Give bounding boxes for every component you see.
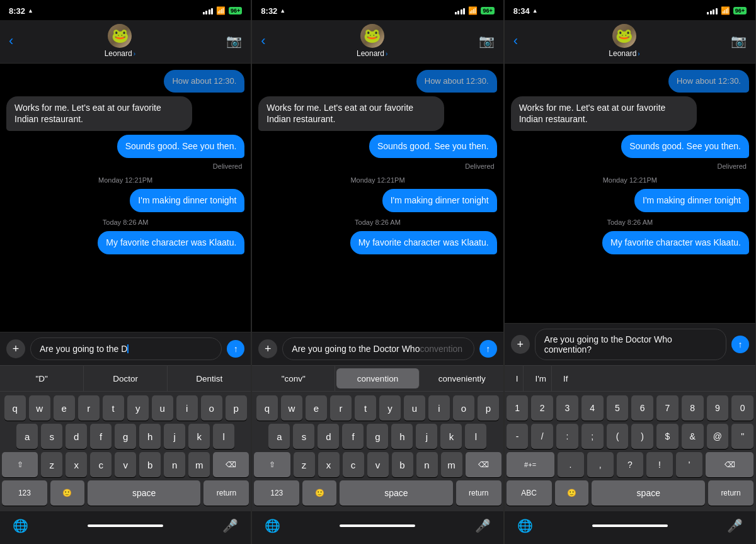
contact-info-2[interactable]: 🐸 Leonard › [357, 24, 387, 58]
key-amp-3[interactable]: & [682, 424, 704, 449]
video-button-1[interactable]: 📷 [226, 33, 242, 48]
key-8-3[interactable]: 8 [682, 395, 704, 421]
key-w-2[interactable]: w [281, 395, 302, 421]
key-backspace-2[interactable]: ⌫ [466, 452, 501, 477]
key-1-3[interactable]: 1 [507, 395, 529, 421]
autocomplete-if-3[interactable]: If [558, 366, 573, 391]
key-dollar-3[interactable]: $ [656, 424, 679, 449]
globe-icon-3[interactable]: 🌐 [517, 518, 533, 533]
video-button-2[interactable]: 📷 [479, 33, 495, 48]
key-z-2[interactable]: z [294, 452, 315, 477]
autocomplete-dentist-1[interactable]: Dentist [168, 366, 251, 391]
key-w-1[interactable]: w [29, 395, 50, 421]
key-rparen-3[interactable]: ) [631, 424, 653, 449]
key-hasheq-3[interactable]: #+= [507, 452, 554, 477]
back-button-3[interactable]: ‹ [513, 33, 518, 49]
send-button-2[interactable]: ↑ [479, 340, 497, 358]
mic-icon-3[interactable]: 🎤 [727, 518, 743, 533]
key-return-3[interactable]: return [708, 480, 753, 506]
key-n-1[interactable]: n [164, 452, 185, 477]
key-emoji-1[interactable]: 🙂 [50, 480, 84, 506]
autocomplete-d-1[interactable]: "D" [0, 366, 84, 391]
video-button-3[interactable]: 📷 [731, 33, 747, 48]
key-v-1[interactable]: v [115, 452, 136, 477]
key-j-1[interactable]: j [164, 424, 185, 449]
input-field-2[interactable]: Are you going to the Doctor Who conventi… [282, 337, 474, 360]
key-h-1[interactable]: h [139, 424, 161, 449]
key-u-2[interactable]: u [404, 395, 425, 421]
autocomplete-convention-2[interactable]: convention [336, 368, 420, 388]
key-comma-3[interactable]: , [587, 452, 614, 477]
key-l-1[interactable]: l [213, 424, 234, 449]
globe-icon-1[interactable]: 🌐 [13, 518, 28, 533]
contact-info-1[interactable]: 🐸 Leonard › [105, 24, 135, 58]
key-o-1[interactable]: o [201, 395, 222, 421]
back-button-1[interactable]: ‹ [9, 33, 13, 49]
key-x-1[interactable]: x [66, 452, 87, 477]
key-y-2[interactable]: y [379, 395, 401, 421]
key-return-2[interactable]: return [456, 480, 501, 506]
key-2-3[interactable]: 2 [531, 395, 553, 421]
contact-info-3[interactable]: 🐸 Leonard › [609, 24, 639, 58]
send-button-3[interactable]: ↑ [731, 336, 749, 353]
key-i-2[interactable]: i [428, 395, 450, 421]
key-j-2[interactable]: j [416, 424, 437, 449]
key-lparen-3[interactable]: ( [607, 424, 629, 449]
key-b-1[interactable]: b [139, 452, 161, 477]
globe-icon-2[interactable]: 🌐 [265, 518, 280, 533]
key-e-2[interactable]: e [306, 395, 327, 421]
key-f-1[interactable]: f [90, 424, 112, 449]
key-p-1[interactable]: p [226, 395, 247, 421]
key-t-2[interactable]: t [355, 395, 376, 421]
key-e-1[interactable]: e [54, 395, 75, 421]
key-q-1[interactable]: q [4, 395, 26, 421]
key-y-1[interactable]: y [127, 395, 149, 421]
key-x-2[interactable]: x [318, 452, 340, 477]
autocomplete-im-3[interactable]: I'm [530, 366, 552, 391]
key-a-2[interactable]: a [268, 424, 290, 449]
key-abc-3[interactable]: ABC [507, 480, 552, 506]
autocomplete-d-2[interactable]: "conv" [252, 366, 335, 391]
key-3-3[interactable]: 3 [556, 395, 578, 421]
key-6-3[interactable]: 6 [631, 395, 653, 421]
key-d-2[interactable]: d [318, 424, 339, 449]
key-o-2[interactable]: o [453, 395, 474, 421]
key-shift-1[interactable]: ⇧ [2, 452, 38, 477]
plus-button-1[interactable]: + [6, 339, 25, 358]
key-n-2[interactable]: n [416, 452, 438, 477]
key-space-1[interactable]: space [88, 480, 201, 506]
key-at-3[interactable]: @ [707, 424, 729, 449]
key-period-3[interactable]: . [558, 452, 584, 477]
key-h-2[interactable]: h [391, 424, 413, 449]
key-k-1[interactable]: k [188, 424, 210, 449]
back-button-2[interactable]: ‹ [261, 33, 265, 49]
key-exclaim-3[interactable]: ! [646, 452, 673, 477]
key-123-1[interactable]: 123 [2, 480, 47, 506]
key-k-2[interactable]: k [440, 424, 462, 449]
key-m-1[interactable]: m [188, 452, 210, 477]
key-4-3[interactable]: 4 [581, 395, 604, 421]
mic-icon-2[interactable]: 🎤 [475, 518, 491, 533]
key-backspace-3[interactable]: ⌫ [706, 452, 753, 477]
key-emoji-3[interactable]: 🙂 [555, 480, 589, 506]
key-l-2[interactable]: l [465, 424, 486, 449]
key-p-2[interactable]: p [478, 395, 499, 421]
key-i-1[interactable]: i [176, 395, 198, 421]
mic-icon-1[interactable]: 🎤 [222, 518, 238, 533]
send-button-1[interactable]: ↑ [227, 340, 244, 358]
key-0-3[interactable]: 0 [731, 395, 753, 421]
key-quote-3[interactable]: " [731, 424, 753, 449]
key-m-2[interactable]: m [441, 452, 462, 477]
key-5-3[interactable]: 5 [607, 395, 629, 421]
key-colon-3[interactable]: : [556, 424, 578, 449]
plus-button-3[interactable]: + [511, 335, 530, 354]
autocomplete-conveniently-2[interactable]: conveniently [421, 366, 503, 391]
key-emoji-2[interactable]: 🙂 [302, 480, 336, 506]
key-123-2[interactable]: 123 [254, 480, 299, 506]
key-u-1[interactable]: u [152, 395, 173, 421]
key-c-1[interactable]: c [90, 452, 112, 477]
plus-button-2[interactable]: + [258, 339, 277, 358]
key-r-2[interactable]: r [330, 395, 352, 421]
key-r-1[interactable]: r [78, 395, 100, 421]
key-v-2[interactable]: v [367, 452, 389, 477]
